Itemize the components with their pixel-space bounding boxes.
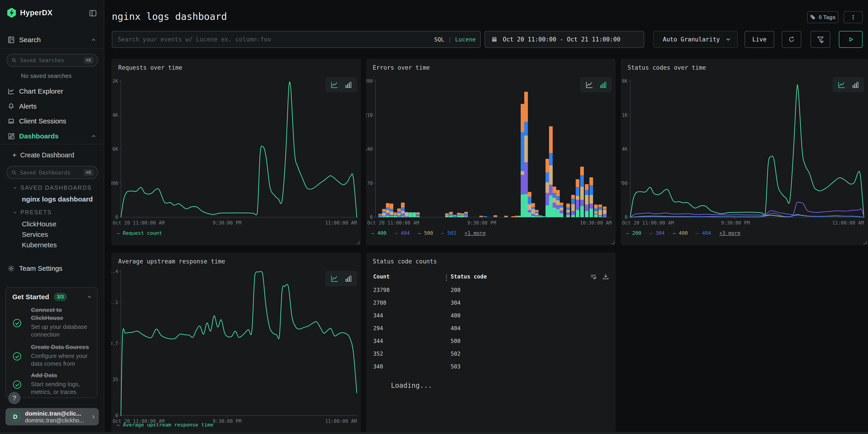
lucene-toggle[interactable]: Lucene xyxy=(455,36,476,43)
live-button[interactable]: Live xyxy=(745,31,774,48)
saved-searches-field[interactable] xyxy=(20,57,81,63)
svg-text:9:30:00 PM: 9:30:00 PM xyxy=(721,220,750,226)
sidebar-collapse-icon[interactable] xyxy=(89,9,97,17)
svg-text:10:30:00 AM: 10:30:00 AM xyxy=(580,220,612,226)
svg-text:210: 210 xyxy=(366,113,373,118)
legend-item[interactable]: — 200 xyxy=(626,230,641,236)
cell-count: 352 xyxy=(373,351,383,357)
sidebar-item-alerts[interactable]: Alerts xyxy=(0,100,104,113)
shortcut-badge: ⌘K xyxy=(84,57,94,64)
chart-legend: — 200— 304— 400— 404+3 more xyxy=(626,230,741,236)
legend-item[interactable]: — 500 xyxy=(418,230,433,236)
more-menu-button[interactable] xyxy=(844,11,863,23)
table-row: 294404 xyxy=(366,322,616,335)
panel-errors-over-time: Errors over time 070140210280Oct 20 11:0… xyxy=(366,59,616,245)
sidebar-item-label: Dashboards xyxy=(19,132,59,140)
check-circle-icon xyxy=(12,318,22,328)
chevron-up-icon xyxy=(91,133,97,139)
cell-count: 344 xyxy=(373,338,383,344)
status-codes-chart-plot[interactable]: 07001.4K2.1K2.8KOct 20 11:00:00 AM9:30:0… xyxy=(621,79,865,227)
loading-text: Loading... xyxy=(391,381,432,390)
table-body: 2379820027083043444002944043445003525023… xyxy=(366,284,616,373)
svg-text:0: 0 xyxy=(370,215,373,220)
get-started-item-data-sources[interactable]: Create Data Sources Configure where your… xyxy=(31,343,93,368)
event-search-input[interactable] xyxy=(118,36,434,43)
sidebar-item-team-settings[interactable]: Team Settings xyxy=(0,262,104,275)
legend-item[interactable]: — 304 xyxy=(649,230,664,236)
create-dashboard-button[interactable]: + Create Dashboard xyxy=(0,149,104,161)
legend-item[interactable]: — Average upstream response time xyxy=(117,422,213,428)
panel-status-codes-over-time: Status codes over time 07001.4K2.1K2.8KO… xyxy=(621,59,868,245)
sidebar-item-nginx-logs-dashboard[interactable]: nginx logs dashboard xyxy=(22,195,93,203)
laptop-icon xyxy=(7,117,15,125)
legend-more-link[interactable]: +1 more xyxy=(465,230,486,236)
user-account-button[interactable]: D dominic.tran@clic... dominic.tran@clic… xyxy=(5,408,99,425)
presets-section-header[interactable]: PRESETS xyxy=(13,209,52,216)
column-header-count: Count xyxy=(373,274,390,280)
svg-text:1.4: 1.4 xyxy=(111,270,118,274)
cell-status-code: 200 xyxy=(451,287,460,293)
cell-count: 23798 xyxy=(373,287,390,293)
legend-item[interactable]: — 404 xyxy=(696,230,711,236)
avg-response-chart-plot[interactable]: 00.350.71.11.4Oct 20 11:00:00 AM9:30:00 … xyxy=(111,270,358,426)
user-name: dominic.tran@clic... xyxy=(25,410,81,417)
bell-icon xyxy=(7,102,15,110)
cell-count: 2708 xyxy=(373,300,386,306)
legend-more-link[interactable]: +3 more xyxy=(719,230,741,236)
sidebar: HyperDX Search ⌘K No saved searches xyxy=(0,0,104,434)
sidebar-item-dashboards[interactable]: Dashboards xyxy=(0,130,104,142)
app-root: HyperDX Search ⌘K No saved searches xyxy=(0,0,868,434)
chevron-down-icon xyxy=(13,186,17,190)
panel-resize-handle[interactable] xyxy=(863,241,867,244)
granularity-select[interactable]: Auto Granularity xyxy=(653,31,738,48)
svg-text:9:30:00 PM: 9:30:00 PM xyxy=(213,220,241,226)
sql-toggle[interactable]: SQL xyxy=(434,36,444,43)
check-circle-icon xyxy=(12,351,22,361)
horizontal-scrollbar[interactable] xyxy=(0,432,868,434)
panel-resize-handle[interactable] xyxy=(611,241,614,244)
download-icon[interactable] xyxy=(602,273,609,280)
sidebar-item-kubernetes[interactable]: Kubernetes xyxy=(22,241,57,249)
legend-item[interactable]: — 400 xyxy=(673,230,688,236)
saved-dashboards-section-header[interactable]: SAVED DASHBOARDS xyxy=(13,184,92,191)
tags-button[interactable]: 0 Tags xyxy=(807,11,838,23)
time-range-picker[interactable]: Oct 20 11:00:00 - Oct 21 11:00:00 xyxy=(485,31,644,48)
requests-chart-plot[interactable]: 08001.6K2.4K3.2KOct 20 11:00:00 AM9:30:0… xyxy=(111,79,358,227)
run-query-button[interactable] xyxy=(839,31,863,48)
user-email: dominic.tran@clickho... xyxy=(25,417,84,424)
svg-text:9:30:00 PM: 9:30:00 PM xyxy=(467,220,496,226)
sidebar-item-services[interactable]: Services xyxy=(22,231,48,239)
svg-text:2.1K: 2.1K xyxy=(621,113,627,118)
shortcut-badge: ⌘K xyxy=(84,169,94,176)
legend-item[interactable]: — Request count xyxy=(117,230,162,236)
saved-dashboards-field[interactable] xyxy=(20,169,81,176)
filter-button[interactable] xyxy=(811,31,830,48)
get-started-item-connect[interactable]: Connect to ClickHouse Set up your databa… xyxy=(31,306,93,338)
legend-item[interactable]: — 400 xyxy=(371,230,386,236)
toggle-separator: | xyxy=(448,36,452,43)
svg-text:11:00:00 AM: 11:00:00 AM xyxy=(832,220,864,226)
saved-dashboards-input[interactable]: ⌘K xyxy=(6,166,98,179)
sidebar-item-client-sessions[interactable]: Client Sessions xyxy=(0,115,104,127)
sidebar-item-clickhouse[interactable]: ClickHouse xyxy=(22,220,57,228)
legend-item[interactable]: — 502 xyxy=(441,230,456,236)
sidebar-item-search[interactable]: Search xyxy=(0,34,104,46)
refresh-button[interactable] xyxy=(782,31,801,48)
legend-item[interactable]: — 404 xyxy=(395,230,410,236)
column-drag-handle-icon[interactable] xyxy=(445,274,447,282)
hyperdx-logo-icon xyxy=(7,7,17,18)
chart-explorer-icon xyxy=(7,87,15,95)
panel-resize-handle[interactable] xyxy=(356,241,360,244)
sidebar-item-label: Search xyxy=(19,36,41,44)
wrap-rows-icon[interactable] xyxy=(590,273,597,280)
play-icon xyxy=(847,35,855,43)
panel-title: Status code counts xyxy=(373,258,437,265)
get-started-item-add-data[interactable]: Add Data Start sending logs, metrics, or… xyxy=(31,371,93,396)
svg-text:0.7: 0.7 xyxy=(111,341,118,346)
get-started-header[interactable]: Get Started 3/3 xyxy=(12,293,92,301)
help-button[interactable]: ? xyxy=(8,392,21,404)
tags-count-label: 0 Tags xyxy=(818,14,835,21)
sidebar-item-chart-explorer[interactable]: Chart Explorer xyxy=(0,85,104,97)
errors-chart-plot[interactable]: 070140210280Oct 20 11:00:00 AM9:30:00 PM… xyxy=(366,79,613,227)
saved-searches-input[interactable]: ⌘K xyxy=(6,54,98,67)
